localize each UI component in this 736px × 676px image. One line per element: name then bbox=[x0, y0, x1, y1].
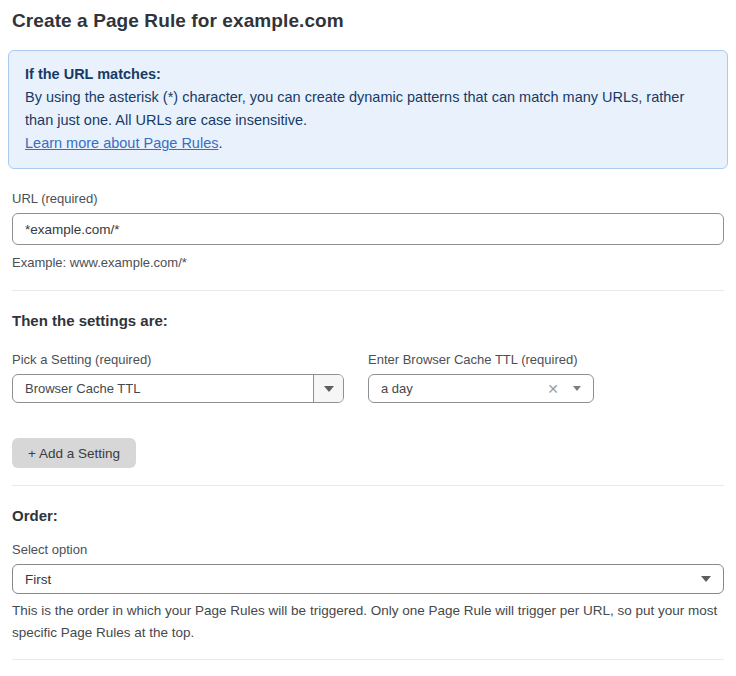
url-matches-info-box: If the URL matches: By using the asteris… bbox=[8, 50, 728, 169]
divider bbox=[12, 659, 724, 660]
order-helper-text: This is the order in which your Page Rul… bbox=[12, 600, 728, 644]
ttl-picker-label: Enter Browser Cache TTL (required) bbox=[368, 352, 594, 367]
url-field-helper: Example: www.example.com/* bbox=[12, 253, 724, 272]
url-field-group: URL (required) Example: www.example.com/… bbox=[12, 191, 724, 272]
setting-picker-group: Pick a Setting (required) Browser Cache … bbox=[12, 352, 344, 403]
learn-more-link[interactable]: Learn more about Page Rules bbox=[25, 135, 218, 151]
caret-down-icon bbox=[701, 576, 711, 582]
order-section-heading: Order: bbox=[12, 507, 724, 524]
order-caret-pad bbox=[701, 576, 723, 582]
order-select-group: Select option First This is the order in… bbox=[12, 542, 724, 644]
setting-picker-value: Browser Cache TTL bbox=[13, 381, 313, 396]
setting-picker-label: Pick a Setting (required) bbox=[12, 352, 344, 367]
clear-icon[interactable]: ✕ bbox=[547, 382, 559, 396]
ttl-picker-icons: ✕ bbox=[547, 382, 593, 396]
setting-picker-select[interactable]: Browser Cache TTL bbox=[12, 374, 344, 403]
ttl-picker-select[interactable]: a day ✕ bbox=[368, 374, 594, 403]
settings-section-heading: Then the settings are: bbox=[12, 312, 724, 329]
create-page-rule-form: Create a Page Rule for example.com If th… bbox=[0, 0, 736, 676]
add-setting-button[interactable]: + Add a Setting bbox=[12, 438, 136, 468]
link-suffix: . bbox=[218, 135, 222, 151]
info-box-link-line: Learn more about Page Rules. bbox=[25, 132, 711, 155]
divider bbox=[12, 485, 724, 486]
caret-down-icon bbox=[324, 386, 334, 392]
setting-picker-caret-section[interactable] bbox=[313, 375, 343, 402]
order-select[interactable]: First bbox=[12, 564, 724, 594]
order-select-value: First bbox=[13, 572, 701, 587]
info-box-body: By using the asterisk (*) character, you… bbox=[25, 86, 711, 132]
settings-row: Pick a Setting (required) Browser Cache … bbox=[12, 352, 724, 403]
url-input[interactable] bbox=[12, 213, 724, 245]
divider bbox=[12, 290, 724, 291]
caret-down-icon[interactable] bbox=[573, 386, 581, 391]
ttl-picker-group: Enter Browser Cache TTL (required) a day… bbox=[368, 352, 594, 403]
ttl-picker-value: a day bbox=[369, 381, 547, 396]
order-select-label: Select option bbox=[12, 542, 724, 557]
url-field-label: URL (required) bbox=[12, 191, 724, 206]
page-title: Create a Page Rule for example.com bbox=[12, 10, 724, 32]
add-setting-wrap: + Add a Setting bbox=[12, 438, 724, 468]
info-box-heading: If the URL matches: bbox=[25, 63, 711, 86]
